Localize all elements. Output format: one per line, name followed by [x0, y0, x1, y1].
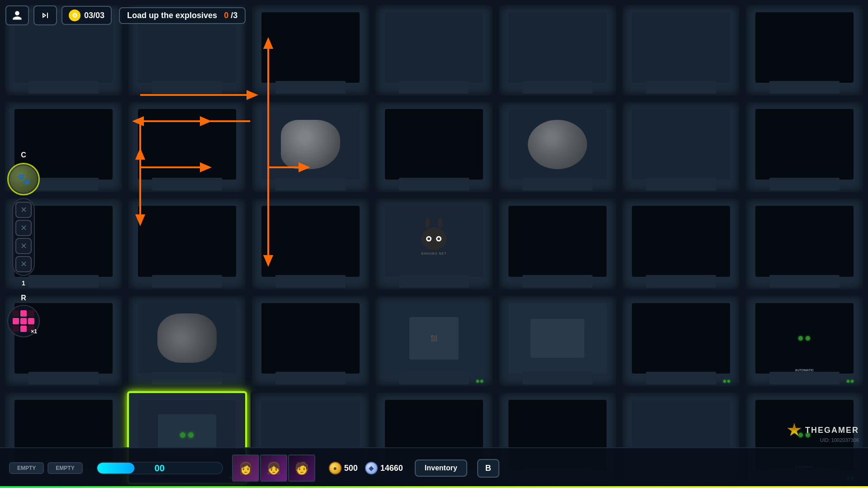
tv-cell-0-6 — [745, 4, 864, 97]
tv-screen — [632, 109, 730, 180]
r-label: R — [21, 294, 26, 302]
tv-base — [646, 178, 716, 190]
objective-label: Load up the explosives — [127, 11, 217, 20]
tv-screen — [755, 206, 854, 276]
action-btn-1[interactable]: EMPTY — [9, 462, 44, 474]
tv-cell-3-3: ⬛ — [374, 294, 494, 388]
currency-section: ● 500 ◆ 14660 Inventory B — [329, 459, 499, 478]
action-buttons: EMPTY EMPTY — [9, 462, 83, 474]
tv-base — [769, 275, 840, 288]
objective-text: Load up the explosives 0 /3 — [119, 7, 246, 24]
tv-cell-3-4 — [498, 294, 617, 388]
timer-display: 00 — [96, 462, 223, 474]
skill-slot-3[interactable]: ✕ — [15, 238, 32, 254]
crystal-currency: ◆ 14660 — [365, 462, 403, 474]
tv-cell-2-2 — [251, 197, 370, 290]
sidebar-left: C 🐾 ✕ ✕ ✕ ✕ 1 R ×1 — [7, 151, 40, 337]
tv-base — [522, 81, 593, 94]
tv-cell-0-4 — [498, 4, 617, 97]
tv-cell-2-3: BANGBO.NET — [374, 197, 494, 290]
tv-cell-2-1 — [127, 197, 247, 290]
tv-screen — [385, 109, 484, 180]
tv-screen — [508, 206, 607, 276]
tv-cell-0-2 — [251, 4, 370, 97]
tv-cell-0-3 — [374, 4, 494, 97]
coin-icon: ● — [329, 462, 342, 474]
tv-base — [522, 372, 593, 384]
tv-base — [275, 372, 346, 384]
tv-screen — [261, 206, 360, 276]
tv-base — [399, 275, 469, 288]
tv-screen — [508, 12, 607, 83]
tv-cell-1-2 — [251, 100, 370, 194]
tv-screen — [632, 303, 730, 374]
gadget-slot[interactable]: ×1 — [7, 305, 40, 337]
player-icon-button[interactable] — [5, 5, 29, 25]
thegamer-gear-icon — [787, 423, 802, 437]
timer-fill — [97, 463, 135, 474]
timer-bar: 00 — [96, 462, 223, 474]
gadget-count: ×1 — [31, 328, 37, 335]
tv-base — [399, 81, 469, 94]
tv-cell-1-6 — [745, 100, 864, 194]
portrait-3[interactable]: 🧑 — [288, 455, 315, 482]
tv-base — [28, 372, 99, 384]
thegamer-logo: THEGAMER — [787, 423, 859, 437]
tv-base — [275, 275, 346, 288]
coin-amount: 500 — [344, 464, 358, 473]
portrait-2-inner: 👧 — [261, 455, 286, 481]
portrait-2[interactable]: 👧 — [260, 455, 287, 482]
portrait-1[interactable]: 👩 — [232, 455, 259, 482]
tv-base — [522, 275, 593, 288]
tv-cell-3-2 — [251, 294, 370, 388]
tv-base — [646, 275, 716, 288]
tv-cell-1-1 — [127, 100, 247, 194]
stage-counter: 03/03 — [84, 11, 104, 20]
tv-base — [275, 178, 346, 190]
tv-screen: ⬛ — [385, 303, 484, 374]
tv-screen — [261, 12, 360, 83]
skip-button[interactable] — [33, 5, 57, 25]
skill-slot-1[interactable]: ✕ — [15, 202, 32, 218]
crystal-icon: ◆ — [365, 462, 378, 474]
tv-cell-0-5 — [621, 4, 741, 97]
player-icon — [12, 10, 23, 21]
tv-cell-3-1 — [127, 294, 247, 388]
timer-number: 00 — [155, 463, 165, 474]
crystal-amount: 14660 — [380, 464, 403, 473]
skill-slot-2[interactable]: ✕ — [15, 220, 32, 236]
thegamer-text: THEGAMER — [805, 426, 859, 435]
tv-base — [646, 81, 716, 94]
stage-gear-icon: ⚙ — [69, 9, 81, 21]
tv-cell-2-4 — [498, 197, 617, 290]
tv-base — [28, 81, 99, 94]
skill-slot-4[interactable]: ✕ — [15, 256, 32, 272]
character-portraits: 👩 👧 🧑 — [232, 455, 315, 482]
tv-base — [769, 81, 840, 94]
skill-slots-container: ✕ ✕ ✕ ✕ — [12, 198, 35, 276]
tv-cell-1-5 — [621, 100, 741, 194]
tv-base — [646, 372, 716, 384]
tv-screen — [385, 12, 484, 83]
slot-number: 1 — [22, 280, 25, 287]
tv-base — [769, 178, 840, 190]
hud-top: ⚙ 03/03 Load up the explosives 0 /3 — [5, 5, 246, 25]
uid-text: UID: 1002037306 — [820, 437, 859, 443]
tv-screen — [138, 303, 237, 374]
tv-base — [399, 372, 469, 384]
hud-bottom: EMPTY EMPTY 00 👩 👧 🧑 ● 500 ◆ 14660 Inven… — [0, 447, 868, 488]
tv-cell-2-6 — [745, 197, 864, 290]
action-btn-2[interactable]: EMPTY — [47, 462, 82, 474]
tv-screen — [138, 206, 237, 276]
coin-currency: ● 500 — [329, 462, 358, 474]
tv-base — [152, 178, 222, 190]
inventory-button[interactable]: Inventory — [415, 460, 467, 477]
main-skill-slot[interactable]: 🐾 — [7, 163, 40, 195]
tv-cell-3-5 — [621, 294, 741, 388]
stage-info: ⚙ 03/03 — [62, 6, 112, 25]
tv-base — [152, 372, 222, 384]
tv-screen — [138, 109, 237, 180]
portrait-3-inner: 🧑 — [289, 455, 314, 481]
tv-base — [152, 81, 222, 94]
tv-screen — [755, 303, 854, 374]
